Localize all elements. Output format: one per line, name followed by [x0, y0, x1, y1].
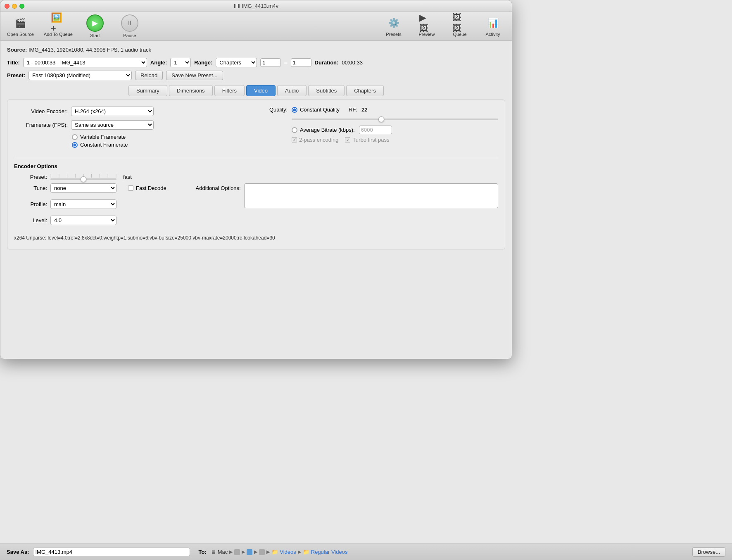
source-info: Source: IMG_4413, 1920x1080, 44.3908 FPS…: [7, 45, 505, 55]
pause-button[interactable]: ⏸ Pause: [117, 14, 142, 38]
video-encoder-select[interactable]: H.264 (x264): [71, 107, 154, 116]
reload-button[interactable]: Reload: [135, 71, 163, 80]
save-new-preset-button[interactable]: Save New Preset...: [166, 71, 223, 80]
left-column: Video Encoder: H.264 (x264) Framerate (F…: [14, 107, 242, 152]
constant-quality-radio: [292, 107, 297, 113]
tune-row: Tune: none Fast Decode: [14, 183, 166, 193]
avg-bitrate-option[interactable]: Average Bitrate (kbps):: [292, 127, 355, 133]
additional-options-container: Additional Options:: [183, 183, 498, 228]
queue-icon: 🖼🖼: [452, 16, 467, 31]
main-panel: Video Encoder: H.264 (x264) Framerate (F…: [7, 100, 505, 249]
profile-select[interactable]: main: [50, 199, 116, 209]
tab-audio[interactable]: Audio: [277, 85, 307, 96]
presets-button[interactable]: ⚙️ Presets: [381, 16, 406, 37]
activity-button[interactable]: 📊 Activity: [480, 16, 505, 37]
encoding-options-row: ✓ 2-pass encoding ✓ Turbo first pass: [292, 137, 498, 143]
presets-icon: ⚙️: [386, 16, 401, 31]
tune-profile-row: Tune: none Fast Decode Profile: main: [14, 183, 498, 228]
chapter-to-input[interactable]: [291, 58, 311, 67]
minimize-button[interactable]: [12, 4, 17, 9]
zoom-button[interactable]: [19, 4, 24, 9]
turbo-first-pass[interactable]: ✓ Turbo first pass: [345, 137, 389, 143]
bitrate-row: Average Bitrate (kbps):: [292, 126, 498, 134]
tab-filters[interactable]: Filters: [214, 85, 245, 96]
title-bar: 🎞 IMG_4413.m4v: [0, 0, 512, 12]
title-row: Title: 1 - 00:00:33 - IMG_4413 Angle: 1 …: [7, 58, 505, 67]
framerate-radio-group: Variable Framerate Constant Framerate: [72, 134, 242, 148]
toolbar: 🎬 Open Source 🖼️+ Add To Queue ▶ Start ⏸…: [0, 12, 512, 41]
tab-subtitles[interactable]: Subtitles: [308, 85, 345, 96]
encoder-options-section: Encoder Options Preset: | | | | | | | |: [14, 158, 498, 228]
start-icon: ▶: [86, 14, 104, 32]
video-settings-grid: Video Encoder: H.264 (x264) Framerate (F…: [14, 107, 498, 152]
start-button[interactable]: ▶ Start: [83, 14, 107, 38]
open-source-icon: 🎬: [13, 16, 28, 31]
activity-icon: 📊: [485, 16, 500, 31]
avg-bitrate-radio: [292, 127, 297, 133]
chapter-from-input[interactable]: [260, 58, 281, 67]
add-to-queue-button[interactable]: 🖼️+ Add To Queue: [44, 16, 73, 37]
close-button[interactable]: [5, 4, 10, 9]
constant-framerate-radio[interactable]: Constant Framerate: [72, 142, 242, 148]
tab-chapters[interactable]: Chapters: [346, 85, 384, 96]
tabs: Summary Dimensions Filters Video Audio S…: [7, 85, 505, 96]
preview-icon: ▶🖼: [419, 16, 434, 31]
tune-select[interactable]: none: [50, 183, 116, 193]
constant-quality-option[interactable]: Constant Quality: [292, 107, 340, 113]
title-select[interactable]: 1 - 00:00:33 - IMG_4413: [23, 58, 147, 67]
framerate-select[interactable]: Same as source: [71, 120, 154, 130]
range-select[interactable]: Chapters: [216, 58, 257, 67]
tab-summary[interactable]: Summary: [128, 85, 167, 96]
pause-icon: ⏸: [121, 14, 138, 32]
additional-options-textarea[interactable]: [244, 183, 498, 208]
bitrate-input[interactable]: [359, 126, 392, 134]
variable-framerate-radio[interactable]: Variable Framerate: [72, 134, 242, 140]
unparse-text: x264 Unparse: level=4.0:ref=2:8x8dct=0:w…: [14, 233, 498, 242]
add-to-queue-icon: 🖼️+: [51, 16, 66, 31]
preset-slider-container: | | | | | | | | | fast: [50, 173, 132, 180]
tab-dimensions[interactable]: Dimensions: [169, 85, 213, 96]
fast-decode-row: Fast Decode: [128, 185, 166, 191]
window-icon: 🎞: [234, 3, 240, 9]
right-column: Quality: Constant Quality RF: 22: [259, 107, 498, 152]
two-pass-encoding[interactable]: ✓ 2-pass encoding: [292, 137, 338, 143]
window-title: 🎞 IMG_4413.m4v: [234, 3, 278, 9]
turbo-first-pass-checkbox[interactable]: ✓: [345, 137, 350, 142]
preview-button[interactable]: ▶🖼 Preview: [414, 16, 439, 37]
encoder-preset-slider[interactable]: [50, 178, 116, 180]
traffic-lights: [5, 4, 24, 9]
open-source-button[interactable]: 🎬 Open Source: [7, 16, 34, 37]
tab-video[interactable]: Video: [246, 85, 276, 96]
constant-framerate-radio-circle: [72, 142, 78, 148]
preset-select[interactable]: Fast 1080p30 (Modified): [29, 71, 132, 80]
framerate-row: Framerate (FPS): Same as source: [14, 120, 242, 130]
quality-slider[interactable]: [292, 119, 498, 120]
variable-framerate-radio-circle: [72, 134, 78, 140]
quality-slider-container: [292, 115, 498, 121]
level-row: Level: 4.0: [14, 216, 166, 225]
preset-row: Preset: Fast 1080p30 (Modified) Reload S…: [7, 71, 505, 80]
level-select[interactable]: 4.0: [50, 216, 116, 225]
angle-select[interactable]: 1: [170, 58, 191, 67]
two-pass-checkbox[interactable]: ✓: [292, 137, 297, 142]
video-encoder-row: Video Encoder: H.264 (x264): [14, 107, 242, 116]
encoder-preset-row: Preset: | | | | | | | | |: [14, 173, 498, 180]
content-area: Source: IMG_4413, 1920x1080, 44.3908 FPS…: [0, 41, 512, 254]
quality-row: Quality: Constant Quality RF: 22: [259, 107, 498, 113]
profile-row: Profile: main: [14, 199, 166, 209]
queue-button[interactable]: 🖼🖼 Queue: [447, 16, 472, 37]
fast-decode-checkbox[interactable]: [128, 185, 133, 191]
